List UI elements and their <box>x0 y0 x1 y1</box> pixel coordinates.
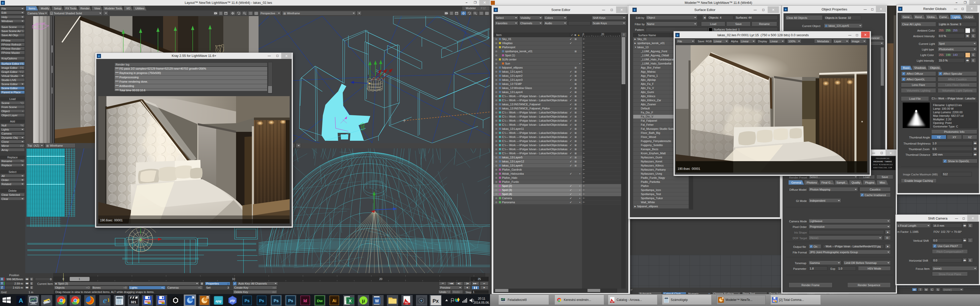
svg-text:µ: µ <box>362 298 365 303</box>
svg-text:2014.05.06.: 2014.05.06. <box>473 301 490 304</box>
svg-text:A: A <box>19 297 23 304</box>
svg-text:0: 0 <box>121 297 122 299</box>
svg-text:Ps: Ps <box>288 299 293 303</box>
svg-text:10: 10 <box>232 277 235 281</box>
svg-text:W: W <box>375 299 379 303</box>
svg-text:Px: Px <box>433 298 439 304</box>
svg-text:apg: apg <box>215 299 221 303</box>
svg-text:Ps: Ps <box>245 299 250 303</box>
svg-text:PDF: PDF <box>405 303 408 305</box>
svg-text:Id: Id <box>304 299 307 303</box>
svg-text:20: 20 <box>379 277 382 281</box>
svg-text:M: M <box>207 296 208 299</box>
svg-text:190.6sec 00001: 190.6sec 00001 <box>100 219 123 222</box>
svg-text:L: L <box>192 296 194 299</box>
svg-text:64: 64 <box>162 303 164 304</box>
svg-text:Ps: Ps <box>274 299 279 303</box>
svg-text:X: X <box>348 299 352 303</box>
svg-text:Dw: Dw <box>317 299 323 303</box>
svg-text:64: 64 <box>148 303 150 304</box>
svg-text:1: 1 <box>79 277 80 281</box>
svg-text:20:11: 20:11 <box>478 297 485 300</box>
svg-text:PDF: PDF <box>611 302 613 303</box>
svg-text:Ps: Ps <box>259 299 264 303</box>
svg-text:e: e <box>103 295 107 305</box>
svg-text:Ai: Ai <box>332 299 336 303</box>
svg-text:190.6sec 00001: 190.6sec 00001 <box>678 167 700 171</box>
svg-text:321: 321 <box>130 300 136 304</box>
svg-text:ptp: ptp <box>230 299 235 303</box>
